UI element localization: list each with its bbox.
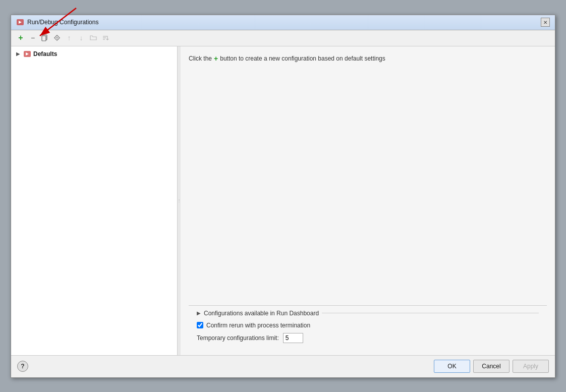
svg-marker-16 [106,39,109,40]
footer-left: ? [17,361,28,372]
dialog-footer: ? OK Cancel Apply [11,355,555,377]
confirm-rerun-row: Confirm rerun with process termination [197,322,539,329]
defaults-label: Defaults [33,50,57,58]
instruction-prefix: Click the [189,55,212,62]
instruction-plus-icon: + [214,54,218,63]
right-panel-spacer [189,73,547,305]
sort-button[interactable] [100,32,111,43]
confirm-rerun-checkbox[interactable] [197,322,203,328]
dialog-icon [16,18,24,26]
run-dashboard-label: Configurations available in Run Dashboar… [204,310,319,317]
svg-rect-5 [42,36,46,41]
configuration-tree: ▶ Defaults [11,46,178,355]
instruction-text: Click the + button to create a new confi… [189,54,547,63]
run-dashboard-separator [322,313,539,313]
content-area: ▶ Defaults ⋮ Click the + [11,46,555,355]
temp-config-limit-row: Temporary configurations limit: [197,333,539,343]
svg-point-7 [56,37,58,39]
title-bar: Run/Debug Configurations ✕ [11,15,555,30]
create-folder-button[interactable] [88,32,99,43]
defaults-tree-item[interactable]: ▶ Defaults [11,48,177,60]
toolbar: + − ↑ ↓ [11,30,555,46]
tree-expand-arrow: ▶ [15,51,21,57]
close-button[interactable]: ✕ [541,18,550,27]
copy-configuration-button[interactable] [39,32,50,43]
add-configuration-button[interactable]: + [15,32,26,43]
run-dashboard-row: ▶ Configurations available in Run Dashbo… [197,310,539,317]
right-panel: Click the + button to create a new confi… [181,46,555,355]
footer-buttons: OK Cancel Apply [434,360,549,373]
configuration-type-icon [23,50,31,58]
temp-limit-label: Temporary configurations limit: [197,334,279,342]
help-button[interactable]: ? [17,361,28,372]
cancel-button[interactable]: Cancel [473,360,510,373]
move-up-button[interactable]: ↑ [64,32,75,43]
temp-limit-input[interactable] [283,333,303,343]
run-dashboard-expand-icon: ▶ [197,310,201,316]
dialog-title: Run/Debug Configurations [27,19,98,26]
bottom-section: ▶ Configurations available in Run Dashbo… [189,305,547,347]
apply-button[interactable]: Apply [513,360,549,373]
instruction-suffix: button to create a new configuration bas… [220,55,385,62]
confirm-rerun-label: Confirm rerun with process termination [206,322,310,329]
remove-configuration-button[interactable]: − [27,32,38,43]
run-debug-configurations-dialog: Run/Debug Configurations ✕ + − [11,15,555,378]
move-down-button[interactable]: ↓ [76,32,87,43]
edit-defaults-button[interactable] [51,32,63,43]
ok-button[interactable]: OK [434,360,470,373]
